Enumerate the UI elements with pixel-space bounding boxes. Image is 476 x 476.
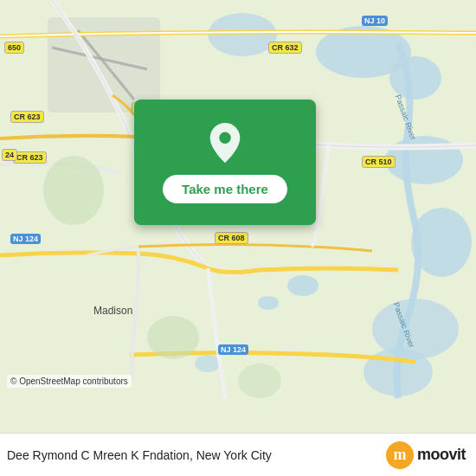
location-name: Dee Rymond C Mreen K Fndation, New York … — [7, 448, 272, 462]
svg-point-4 — [385, 136, 463, 184]
label-cr623b: CR 623 — [13, 151, 47, 164]
moovit-logo: m moovit — [386, 441, 466, 469]
take-me-there-button[interactable]: Take me there — [163, 175, 287, 203]
label-cr608: CR 608 — [215, 232, 248, 244]
svg-point-9 — [258, 296, 279, 310]
label-650: 650 — [4, 42, 24, 54]
svg-point-14 — [43, 156, 104, 225]
label-cr632: CR 632 — [268, 42, 302, 54]
label-nj124b: NJ 124 — [218, 344, 248, 355]
moovit-brand-text: moovit — [417, 446, 466, 464]
map-container: NJ 10 650 CR 632 CR 623 CR 623 CR 5 CR 5… — [0, 0, 476, 433]
label-nj10: NJ 10 — [362, 16, 388, 26]
moovit-m-icon: m — [386, 441, 414, 469]
action-card[interactable]: Take me there — [134, 100, 316, 225]
label-madison: Madison — [93, 305, 132, 317]
label-24: 24 — [2, 149, 17, 161]
svg-point-2 — [389, 56, 441, 100]
location-pin-icon — [206, 121, 244, 164]
label-cr623a: CR 623 — [10, 111, 44, 123]
bottom-bar: Dee Rymond C Mreen K Fndation, New York … — [0, 433, 476, 476]
label-nj124a: NJ 124 — [10, 234, 41, 244]
svg-point-8 — [287, 275, 318, 296]
svg-point-15 — [147, 316, 199, 359]
label-cr510: CR 510 — [362, 156, 396, 168]
svg-point-3 — [208, 13, 277, 56]
svg-point-10 — [195, 355, 221, 372]
map-attribution: © OpenStreetMap contributors — [7, 375, 132, 388]
svg-point-17 — [219, 132, 230, 144]
svg-point-16 — [238, 363, 281, 398]
